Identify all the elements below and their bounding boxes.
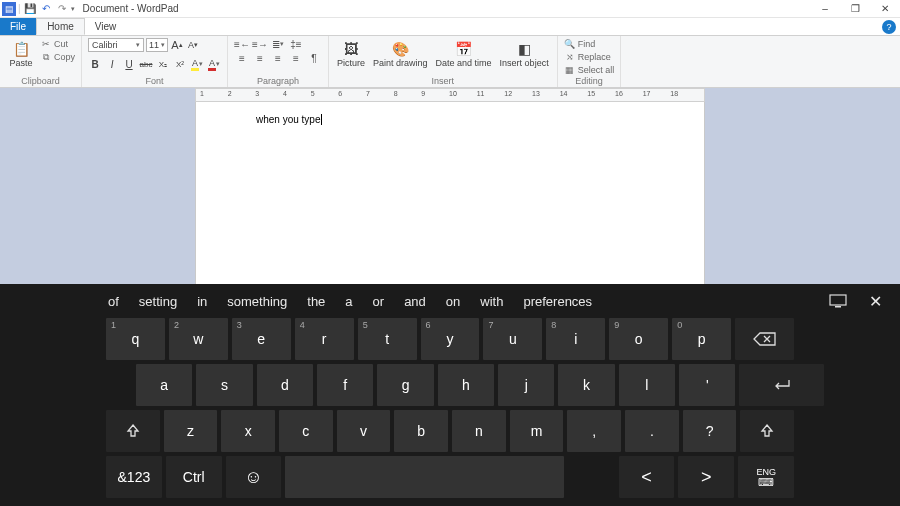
key-o[interactable]: 9o bbox=[609, 318, 668, 360]
key-emoji[interactable]: ☺ bbox=[226, 456, 282, 498]
font-color-button[interactable]: A▾ bbox=[207, 57, 221, 71]
font-size-select[interactable]: 11▾ bbox=[146, 38, 168, 52]
copy-button[interactable]: ⧉Copy bbox=[40, 51, 75, 63]
suggestion-the[interactable]: the bbox=[307, 294, 325, 309]
close-button[interactable]: ✕ bbox=[870, 0, 900, 18]
increase-indent-button[interactable]: ≡→ bbox=[252, 38, 268, 50]
justify-button[interactable]: ≡ bbox=[288, 52, 304, 64]
save-icon[interactable]: 💾 bbox=[23, 2, 37, 16]
key-v[interactable]: v bbox=[337, 410, 391, 452]
suggestion-of[interactable]: of bbox=[108, 294, 119, 309]
key-d[interactable]: d bbox=[257, 364, 313, 406]
highlight-button[interactable]: A▾ bbox=[190, 57, 204, 71]
tab-file[interactable]: File bbox=[0, 18, 36, 35]
document-page[interactable]: when you type bbox=[195, 102, 705, 292]
suggestion-a[interactable]: a bbox=[345, 294, 352, 309]
key-numsym[interactable]: &123 bbox=[106, 456, 162, 498]
key-space[interactable] bbox=[285, 456, 564, 498]
italic-button[interactable]: I bbox=[105, 57, 119, 71]
key-shift-right[interactable] bbox=[740, 410, 794, 452]
align-center-button[interactable]: ≡ bbox=[252, 52, 268, 64]
replace-button[interactable]: ⤭Replace bbox=[564, 51, 615, 63]
key-'[interactable]: ' bbox=[679, 364, 735, 406]
maximize-button[interactable]: ❐ bbox=[840, 0, 870, 18]
decrease-indent-button[interactable]: ≡← bbox=[234, 38, 250, 50]
align-right-button[interactable]: ≡ bbox=[270, 52, 286, 64]
bullets-button[interactable]: ≣▾ bbox=[270, 38, 286, 50]
suggestion-setting[interactable]: setting bbox=[139, 294, 177, 309]
qat-customize[interactable]: ▾ bbox=[71, 5, 75, 13]
keyboard-dock-icon[interactable] bbox=[829, 294, 847, 308]
key-comma[interactable]: , bbox=[567, 410, 621, 452]
tab-view[interactable]: View bbox=[85, 18, 127, 35]
grow-font-button[interactable]: A▴ bbox=[170, 38, 184, 52]
line-spacing-button[interactable]: ‡≡ bbox=[288, 38, 304, 50]
key-b[interactable]: b bbox=[394, 410, 448, 452]
suggestion-something[interactable]: something bbox=[227, 294, 287, 309]
paint-button[interactable]: 🎨Paint drawing bbox=[371, 38, 430, 68]
key-right[interactable]: > bbox=[678, 456, 734, 498]
paste-button[interactable]: 📋 Paste bbox=[6, 38, 36, 68]
key-k[interactable]: k bbox=[558, 364, 614, 406]
key-t[interactable]: 5t bbox=[358, 318, 417, 360]
key-s[interactable]: s bbox=[196, 364, 252, 406]
key-y[interactable]: 6y bbox=[421, 318, 480, 360]
key-f[interactable]: f bbox=[317, 364, 373, 406]
undo-icon[interactable]: ↶ bbox=[39, 2, 53, 16]
paragraph-dialog-button[interactable]: ¶ bbox=[306, 52, 322, 64]
key-c[interactable]: c bbox=[279, 410, 333, 452]
cut-button[interactable]: ✂Cut bbox=[40, 38, 75, 50]
key-backspace[interactable] bbox=[735, 318, 794, 360]
keyboard-close-icon[interactable]: ✕ bbox=[869, 292, 882, 311]
superscript-button[interactable]: X² bbox=[173, 57, 187, 71]
redo-icon[interactable]: ↷ bbox=[55, 2, 69, 16]
suggestion-and[interactable]: and bbox=[404, 294, 426, 309]
subscript-button[interactable]: X₂ bbox=[156, 57, 170, 71]
font-name-select[interactable]: Calibri▾ bbox=[88, 38, 144, 52]
key-q[interactable]: 1q bbox=[106, 318, 165, 360]
key-e[interactable]: 3e bbox=[232, 318, 291, 360]
app-icon[interactable]: ▤ bbox=[2, 2, 16, 16]
key-a[interactable]: a bbox=[136, 364, 192, 406]
minimize-button[interactable]: – bbox=[810, 0, 840, 18]
key-g[interactable]: g bbox=[377, 364, 433, 406]
underline-button[interactable]: U bbox=[122, 57, 136, 71]
suggestion-with[interactable]: with bbox=[480, 294, 503, 309]
key-enter[interactable] bbox=[739, 364, 824, 406]
key-language[interactable]: ENG⌨ bbox=[738, 456, 794, 498]
find-button[interactable]: 🔍Find bbox=[564, 38, 615, 50]
key-r[interactable]: 4r bbox=[295, 318, 354, 360]
suggestion-preferences[interactable]: preferences bbox=[523, 294, 592, 309]
key-x[interactable]: x bbox=[221, 410, 275, 452]
key-period[interactable]: . bbox=[625, 410, 679, 452]
key-m[interactable]: m bbox=[510, 410, 564, 452]
insert-object-button[interactable]: ◧Insert object bbox=[498, 38, 551, 68]
key-j[interactable]: j bbox=[498, 364, 554, 406]
shrink-font-button[interactable]: A▾ bbox=[186, 38, 200, 52]
key-shift-left[interactable] bbox=[106, 410, 160, 452]
suggestion-on[interactable]: on bbox=[446, 294, 460, 309]
key-left[interactable]: < bbox=[619, 456, 675, 498]
bold-button[interactable]: B bbox=[88, 57, 102, 71]
key-question[interactable]: ? bbox=[683, 410, 737, 452]
suggestion-in[interactable]: in bbox=[197, 294, 207, 309]
group-paragraph: ≡← ≡→ ≣▾ ‡≡ ≡ ≡ ≡ ≡ ¶ Paragraph bbox=[228, 36, 329, 87]
key-i[interactable]: 8i bbox=[546, 318, 605, 360]
key-h[interactable]: h bbox=[438, 364, 494, 406]
key-p[interactable]: 0p bbox=[672, 318, 731, 360]
key-l[interactable]: l bbox=[619, 364, 675, 406]
key-ctrl[interactable]: Ctrl bbox=[166, 456, 222, 498]
ruler[interactable]: 123456789101112131415161718 bbox=[195, 88, 705, 102]
suggestion-or[interactable]: or bbox=[373, 294, 385, 309]
key-w[interactable]: 2w bbox=[169, 318, 228, 360]
key-u[interactable]: 7u bbox=[483, 318, 542, 360]
key-z[interactable]: z bbox=[164, 410, 218, 452]
key-n[interactable]: n bbox=[452, 410, 506, 452]
help-button[interactable]: ? bbox=[882, 20, 896, 34]
datetime-button[interactable]: 📅Date and time bbox=[434, 38, 494, 68]
select-all-button[interactable]: ▦Select all bbox=[564, 64, 615, 76]
tab-home[interactable]: Home bbox=[36, 18, 85, 35]
align-left-button[interactable]: ≡ bbox=[234, 52, 250, 64]
picture-button[interactable]: 🖼Picture bbox=[335, 38, 367, 68]
strike-button[interactable]: abc bbox=[139, 57, 153, 71]
